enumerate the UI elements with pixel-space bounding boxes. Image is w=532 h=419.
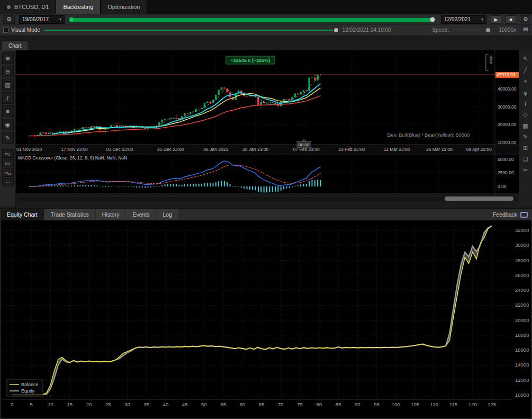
stop-button[interactable]: ■ bbox=[506, 15, 516, 24]
svg-text:5000.00: 5000.00 bbox=[498, 157, 514, 162]
checkbox-icon bbox=[3, 28, 8, 33]
backtest-toolbar: ⚙ 19/06/2017 ▾ 12/02/2021 ▾ ▶ ■ bbox=[0, 14, 532, 25]
tab-log[interactable]: Log bbox=[157, 209, 179, 220]
visibility-icon: ◉ bbox=[5, 121, 11, 128]
price-range-ruler: 0000 bbox=[486, 55, 493, 70]
tab-optimization[interactable]: Optimization bbox=[101, 0, 147, 14]
svg-text:26 Mar 22:00: 26 Mar 22:00 bbox=[426, 147, 453, 152]
price-chart-canvas[interactable]: +++++++++++++++++++++47913.9340000.00300… bbox=[16, 50, 519, 194]
chart-type-button[interactable]: ▥ bbox=[2, 79, 14, 91]
tab-chart[interactable]: Chart bbox=[2, 41, 28, 50]
zoom-in-button[interactable]: ⊕ bbox=[2, 52, 14, 64]
svg-text:28000: 28000 bbox=[515, 257, 529, 263]
svg-text:23 Feb 23:00: 23 Feb 23:00 bbox=[338, 147, 365, 152]
playback-progress-handle[interactable] bbox=[334, 28, 338, 32]
speed-slider[interactable] bbox=[453, 26, 494, 34]
backtest-settings-button[interactable]: ⚙ bbox=[3, 15, 15, 24]
svg-text:120: 120 bbox=[468, 402, 477, 407]
draw-button[interactable]: ✎ bbox=[521, 132, 530, 141]
timeframe-more-button[interactable]: ⋯ bbox=[2, 178, 14, 186]
tab-history[interactable]: History bbox=[96, 209, 126, 220]
patterns-button[interactable]: ▦ bbox=[521, 121, 530, 130]
chart-left-toolbar: ⊕⊖▥ƒ≡◉✎m₁m₅m₁₅⋯ bbox=[0, 50, 16, 207]
trend-line-button[interactable]: ╱ bbox=[521, 66, 530, 75]
bottom-tabs-container: Equity ChartTrade StatisticsHistoryEvent… bbox=[1, 209, 178, 220]
period-slider[interactable] bbox=[69, 15, 437, 24]
fibonacci-button[interactable]: φ bbox=[521, 88, 530, 97]
tab-events[interactable]: Events bbox=[126, 209, 156, 220]
price-axis-labels[interactable]: 40000.0030000.0020000.0010000.005000.002… bbox=[498, 86, 517, 189]
crosshair-icon: ⌖ bbox=[524, 78, 527, 85]
cursor-icon: ↖ bbox=[523, 56, 528, 63]
shapes-button[interactable]: ◇ bbox=[521, 110, 530, 119]
profit-tooltip: +22545 € (+225%) bbox=[226, 56, 275, 64]
edit-chart-button[interactable]: ✎ bbox=[2, 132, 14, 144]
svg-text:40: 40 bbox=[163, 402, 169, 407]
patterns-icon: ▦ bbox=[522, 122, 528, 129]
speed-slider-handle[interactable] bbox=[486, 28, 490, 32]
chart-type-icon: ▥ bbox=[5, 82, 10, 88]
deviation-label: Dev. Bull(Blue) / Bear(Yellow): 50000 bbox=[387, 132, 470, 138]
timeframe-m5-icon: m₅ bbox=[5, 161, 11, 166]
panels-icon: ▤ bbox=[523, 26, 528, 33]
layers-button[interactable]: ≡ bbox=[2, 105, 14, 117]
svg-text:00:00: 00:00 bbox=[299, 142, 310, 147]
svg-text:09 Apr 22:00: 09 Apr 22:00 bbox=[466, 147, 492, 152]
svg-text:22000: 22000 bbox=[515, 302, 529, 308]
crosshair-button[interactable]: ⌖ bbox=[521, 77, 530, 86]
tab-trade-statistics[interactable]: Trade Statistics bbox=[44, 209, 95, 220]
equity-chart-canvas[interactable]: 3200030000280002600024000220002000018000… bbox=[1, 220, 531, 418]
chart-scrollbar[interactable] bbox=[17, 197, 518, 201]
svg-text:0000: 0000 bbox=[489, 56, 493, 64]
grid-button[interactable]: ⊞ bbox=[521, 144, 530, 153]
window-tabbar: BTCUSD, D1 Backtesting Optimization bbox=[0, 0, 532, 14]
period-slider-start-handle[interactable] bbox=[69, 17, 74, 22]
playback-toolbar: Visual Mode 12/02/2021 14:10:00 Speed: 1… bbox=[0, 25, 532, 35]
timeframe-m15-button[interactable]: m₁₅ bbox=[2, 168, 14, 177]
svg-text:85: 85 bbox=[336, 402, 341, 407]
tab-symbol[interactable]: BTCUSD, D1 bbox=[0, 0, 56, 14]
tab-equity-chart[interactable]: Equity Chart bbox=[1, 209, 44, 220]
visual-mode-label: Visual Mode bbox=[11, 27, 40, 33]
svg-text:75: 75 bbox=[297, 402, 303, 407]
snapshot-button[interactable]: ✂ bbox=[521, 166, 530, 175]
objects-button[interactable]: ❏ bbox=[521, 155, 530, 164]
indicators-button[interactable]: ƒ bbox=[2, 92, 14, 104]
svg-text:+: + bbox=[260, 106, 263, 109]
svg-text:40000.00: 40000.00 bbox=[498, 86, 517, 92]
play-button[interactable]: ▶ bbox=[491, 15, 501, 24]
speed-value: 10000x bbox=[499, 27, 516, 33]
timeframe-m5-button[interactable]: m₅ bbox=[2, 159, 14, 167]
svg-text:16000: 16000 bbox=[515, 347, 529, 353]
chart-scrollbar-thumb[interactable] bbox=[445, 197, 513, 201]
svg-text:+: + bbox=[175, 114, 177, 117]
zoom-out-icon: ⊖ bbox=[5, 68, 10, 75]
speed-label: Speed: bbox=[432, 27, 449, 33]
fibonacci-icon: φ bbox=[524, 90, 527, 96]
panels-toggle-button[interactable]: ▤ bbox=[521, 25, 530, 33]
tab-backtesting[interactable]: Backtesting bbox=[56, 0, 101, 14]
workspace-settings-button[interactable]: ⚙ bbox=[521, 15, 530, 23]
text-tool-button[interactable]: T bbox=[521, 99, 530, 108]
chevron-down-icon: ▾ bbox=[481, 17, 483, 22]
zoom-out-button[interactable]: ⊖ bbox=[2, 66, 14, 77]
feedback-button[interactable]: Feedback bbox=[493, 209, 532, 220]
svg-text:15: 15 bbox=[67, 402, 73, 407]
end-date-select[interactable]: 12/02/2021 ▾ bbox=[441, 15, 486, 24]
cursor-button[interactable]: ↖ bbox=[521, 55, 530, 64]
visual-mode-checkbox[interactable]: Visual Mode bbox=[3, 27, 40, 33]
visibility-button[interactable]: ◉ bbox=[2, 119, 14, 130]
moving-averages bbox=[29, 77, 320, 136]
svg-text:0.00: 0.00 bbox=[498, 184, 507, 189]
period-slider-end-handle[interactable] bbox=[430, 17, 435, 22]
stop-icon: ■ bbox=[509, 17, 512, 22]
time-axis-badge: 00:00 bbox=[297, 139, 311, 148]
timeframe-m1-button[interactable]: m₁ bbox=[2, 149, 14, 158]
timeframe-more-icon: ⋯ bbox=[6, 180, 10, 185]
period-slider-fill bbox=[70, 18, 432, 22]
svg-text:115: 115 bbox=[449, 402, 457, 407]
svg-text:35: 35 bbox=[143, 402, 149, 407]
playback-progress-slider[interactable] bbox=[44, 26, 338, 34]
start-date-select[interactable]: 19/06/2017 ▾ bbox=[19, 15, 65, 24]
snapshot-icon: ✂ bbox=[523, 167, 528, 174]
